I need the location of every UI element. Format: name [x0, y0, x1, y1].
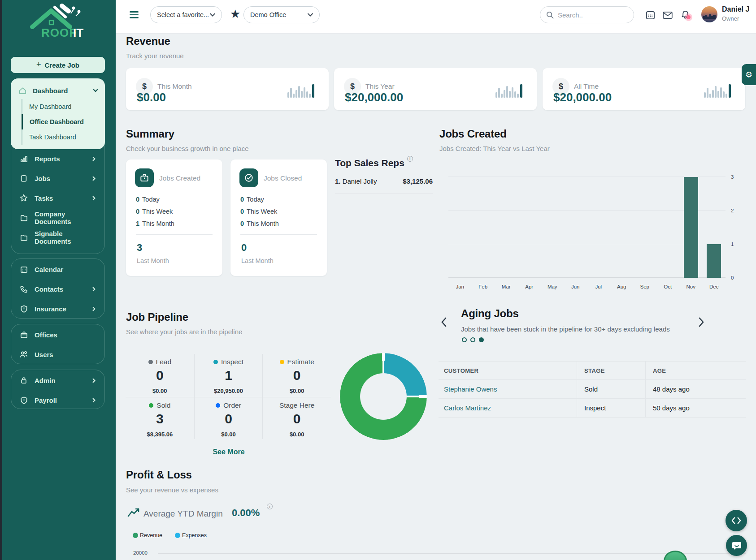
carousel-dot[interactable] — [462, 337, 467, 342]
pipeline-stage-sold: Sold 3 $8,395.06 — [126, 397, 194, 439]
code-widget-button[interactable] — [726, 510, 747, 531]
user-role: Owner — [722, 15, 739, 22]
code-icon — [731, 517, 741, 525]
x-axis-tick: Aug — [610, 284, 634, 289]
customer-link[interactable]: Carlos Martinez — [439, 399, 577, 418]
sidebar-item-my-dashboard[interactable]: My Dashboard — [22, 99, 105, 114]
sidebar-item-company-documents[interactable]: Company Documents — [11, 208, 104, 228]
customer-link[interactable]: Stephanie Owens — [439, 380, 577, 399]
pipeline-stage-here: Stage Here 0 $0.00 — [262, 397, 331, 439]
summary-subtitle: Check your business growth in one place — [126, 145, 249, 152]
star-icon — [19, 194, 28, 202]
x-axis-tick: Jul — [587, 284, 610, 289]
calendar-icon[interactable] — [645, 10, 656, 21]
rep-name: Daniel Jolly — [343, 177, 377, 185]
sidebar-item-contacts[interactable]: Contacts — [11, 279, 104, 299]
top-sales-rep-row: 1. Daniel Jolly $3,125.06 — [335, 177, 433, 194]
sidebar-item-users[interactable]: Users — [11, 345, 104, 364]
chevron-right-icon — [91, 397, 97, 403]
menu-toggle-button[interactable] — [130, 11, 139, 18]
pipeline-stage-estimate: Estimate 0 $0.00 — [262, 354, 331, 397]
lead-dot-icon — [148, 360, 153, 364]
carousel-prev-button[interactable] — [439, 316, 449, 328]
ytd-margin-value: 0.00% — [232, 507, 260, 519]
job-pipeline-title: Job Pipeline — [126, 311, 188, 323]
chat-launcher-button[interactable] — [726, 535, 747, 556]
x-axis-tick: Feb — [472, 284, 495, 289]
y-axis-tick: 2 — [731, 208, 734, 213]
x-axis-tick: Jun — [564, 284, 587, 289]
aging-jobs-title: Aging Jobs — [461, 307, 519, 320]
chevron-down-icon — [210, 13, 215, 17]
summary-row: 1This Month — [136, 220, 174, 227]
stage-cell: Sold — [577, 380, 645, 399]
age-cell: 50 days ago — [645, 399, 746, 418]
sold-dot-icon — [149, 403, 153, 408]
create-job-button[interactable]: + Create Job — [11, 57, 105, 73]
summary-card-label: Jobs Closed — [264, 174, 302, 182]
aging-jobs-subtitle: Jobs that have been stuck in the pipelin… — [461, 325, 694, 333]
summary-last-month-value: 3 — [137, 242, 142, 254]
app-screen: ROOF IT + Create Job Dashboard My — [0, 0, 756, 560]
logo-text-roof: ROOF — [41, 26, 77, 39]
jobs-created-yticks: 0123 — [731, 177, 741, 278]
sidebar-item-reports[interactable]: Reports — [11, 149, 104, 168]
x-axis-tick: Nov — [679, 284, 703, 289]
summary-card-label: Jobs Created — [159, 174, 200, 182]
sidebar-item-offices[interactable]: Offices — [11, 325, 104, 345]
carousel-dot-active[interactable] — [479, 337, 484, 342]
jobs-closed-summary-card: Jobs Closed 0Today 0This Week 0This Mont… — [230, 159, 327, 276]
sidebar-item-admin[interactable]: Admin — [11, 370, 104, 390]
sidebar-item-calendar[interactable]: Calendar — [11, 259, 104, 279]
chart-peak-decoration — [664, 551, 687, 560]
user-avatar[interactable] — [701, 6, 717, 22]
bar-dec — [707, 244, 721, 278]
chevron-right-icon — [91, 155, 97, 162]
mail-icon[interactable] — [662, 10, 673, 21]
check-circle-icon — [239, 168, 258, 187]
gridline — [158, 553, 746, 554]
pipeline-stats-grid: Lead 0 $0.00 Inspect 1 $20,950.00 Estima… — [126, 354, 331, 439]
expenses-legend-dot — [175, 533, 180, 538]
chevron-right-icon — [91, 377, 97, 383]
dashboard-settings-button[interactable]: ⚙ — [742, 64, 756, 85]
bar-chart-icon — [19, 154, 28, 163]
summary-last-month-label: Last Month — [137, 257, 169, 264]
notifications-bell-icon[interactable] — [680, 10, 691, 21]
sidebar-item-jobs[interactable]: Jobs — [11, 168, 104, 188]
office-select[interactable]: Demo Office — [243, 6, 320, 23]
favorite-star-icon[interactable]: ★ — [230, 8, 240, 20]
revenue-legend-dot — [133, 533, 138, 538]
sidebar-item-payroll[interactable]: Payroll — [11, 390, 104, 410]
carousel-dot[interactable] — [470, 337, 475, 342]
summary-last-month-label: Last Month — [241, 257, 274, 264]
y-axis-tick: 0 — [731, 275, 734, 280]
info-icon[interactable]: i — [267, 504, 273, 509]
carousel-dots — [462, 337, 484, 342]
sidebar-item-tasks[interactable]: Tasks — [11, 188, 104, 208]
sparkline-icon — [495, 81, 525, 98]
summary-row: 0Today — [240, 196, 264, 203]
favorite-select[interactable]: Select a favorite... — [150, 6, 222, 23]
order-dot-icon — [216, 403, 220, 408]
sidebar-item-task-dashboard[interactable]: Task Dashboard — [22, 129, 105, 145]
see-more-link[interactable]: See More — [193, 448, 265, 456]
x-axis-tick: Jan — [448, 284, 472, 289]
sidebar-group-org: Offices Users — [11, 324, 105, 364]
calendar-icon — [19, 265, 28, 274]
sidebar-item-insurance[interactable]: Insurance — [11, 299, 104, 319]
sparkline-icon — [287, 81, 317, 98]
x-axis-tick: Sep — [633, 284, 656, 289]
column-header: CUSTOMER — [439, 362, 577, 380]
sidebar-item-signable-documents[interactable]: Signable Documents — [11, 228, 104, 247]
revenue-subtitle: Track your revenue — [126, 52, 184, 60]
info-icon[interactable]: i — [407, 156, 413, 162]
search-box[interactable] — [540, 6, 634, 23]
briefcase-icon — [19, 330, 28, 339]
revenue-card-label: All Time — [574, 82, 599, 90]
search-input[interactable] — [558, 11, 621, 19]
sidebar-item-dashboard[interactable]: Dashboard — [11, 82, 105, 99]
sidebar-item-office-dashboard[interactable]: Office Dashboard — [22, 114, 105, 129]
carousel-next-button[interactable] — [697, 316, 707, 328]
y-axis-tick: 3 — [731, 174, 734, 180]
